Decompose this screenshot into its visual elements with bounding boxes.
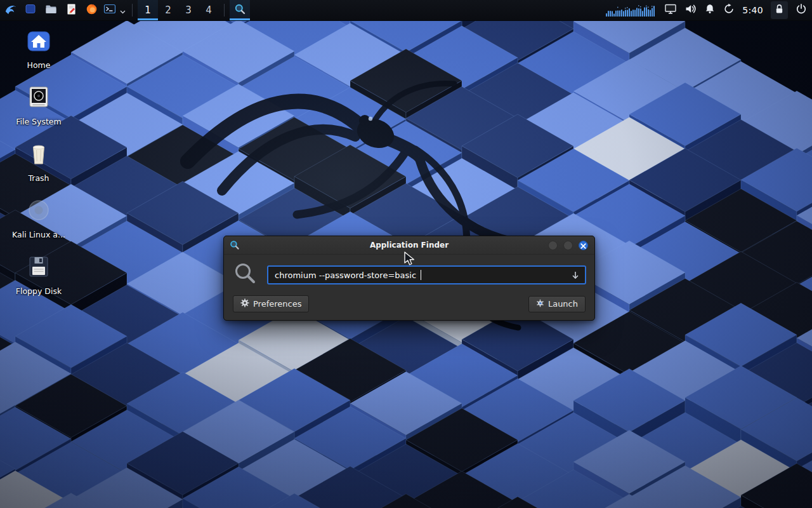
desktop-icon-label: Home <box>27 60 51 70</box>
desktop-icon-floppy-disk[interactable]: Floppy Disk <box>5 254 72 296</box>
workspace-4[interactable]: 4 <box>199 0 219 20</box>
display-icon <box>664 3 677 17</box>
desktop-icon-label: Kali Linux a... <box>12 230 65 239</box>
top-panel: 1 2 3 4 <box>0 0 812 21</box>
command-input[interactable]: chromium --password-store=basic <box>267 265 586 284</box>
terminal-icon <box>103 3 116 17</box>
maximize-button[interactable] <box>563 241 573 250</box>
kali-docs-icon <box>25 197 53 227</box>
minimize-button[interactable] <box>548 241 558 250</box>
close-icon <box>580 239 586 251</box>
terminal-launcher[interactable] <box>102 0 118 20</box>
file-system-icon <box>25 84 53 114</box>
lock-icon <box>774 3 785 17</box>
window-title: Application Finder <box>224 241 594 250</box>
panel-clock[interactable]: 5:40 <box>742 5 763 15</box>
application-finder-icon <box>230 240 240 250</box>
desktop-icon-trash[interactable]: Trash <box>5 141 72 183</box>
panel-separator <box>224 4 225 17</box>
desktop-icon-home[interactable]: Home <box>5 28 72 70</box>
search-icon <box>234 3 246 18</box>
firefox-icon <box>86 3 98 18</box>
workspace-1[interactable]: 1 <box>138 0 158 20</box>
desktop-screen: 1 2 3 4 <box>0 0 812 508</box>
kali-menu-button[interactable] <box>0 0 20 20</box>
taskbar-application-finder[interactable] <box>230 0 250 20</box>
kali-logo-icon <box>3 2 18 19</box>
close-button[interactable] <box>579 241 588 250</box>
text-caret <box>421 270 421 280</box>
trash-icon <box>25 141 53 170</box>
desktop-icon-column: Home File System <box>5 28 72 296</box>
window-icon <box>25 3 36 17</box>
terminal-dropdown-button[interactable] <box>118 0 127 20</box>
audio-visualizer-widget[interactable] <box>606 3 657 17</box>
folder-icon <box>45 4 57 17</box>
firefox-launcher[interactable] <box>81 0 102 20</box>
search-icon-large <box>233 262 258 288</box>
show-desktop-button[interactable] <box>20 0 41 20</box>
notifications-button[interactable] <box>704 3 716 17</box>
file-manager-launcher[interactable] <box>41 0 61 20</box>
bell-icon <box>704 3 716 17</box>
power-icon <box>796 3 807 17</box>
workspace-2[interactable]: 2 <box>158 0 178 20</box>
display-settings-button[interactable] <box>664 3 677 17</box>
logout-button[interactable] <box>796 3 807 17</box>
desktop-icon-label: File System <box>16 117 62 126</box>
desktop-icon-kali-docs[interactable]: Kali Linux a... <box>5 197 72 239</box>
titlebar[interactable]: Application Finder <box>224 236 594 255</box>
text-editor-launcher[interactable] <box>61 0 81 20</box>
preferences-button[interactable]: Preferences <box>233 295 309 312</box>
volume-button[interactable] <box>684 3 697 17</box>
launch-icon <box>536 299 544 309</box>
text-editor-icon <box>66 3 77 18</box>
application-finder-window: Application Finder <box>223 236 595 321</box>
floppy-disk-icon <box>25 254 53 283</box>
desktop-icon-label: Trash <box>28 173 49 183</box>
home-icon <box>25 28 53 57</box>
workspace-3[interactable]: 3 <box>178 0 199 20</box>
panel-separator <box>132 4 133 17</box>
launch-button[interactable]: Launch <box>528 296 586 312</box>
sync-circle-icon <box>723 3 735 17</box>
launch-label: Launch <box>548 299 578 309</box>
volume-icon <box>684 3 697 17</box>
command-input-value: chromium --password-store=basic <box>275 271 419 280</box>
preferences-label: Preferences <box>253 299 301 309</box>
history-dropdown-button[interactable] <box>571 271 580 280</box>
lock-screen-button[interactable] <box>771 1 788 19</box>
chevron-down-icon <box>120 4 126 17</box>
gear-icon <box>240 298 249 309</box>
status-tray-button[interactable] <box>723 3 735 17</box>
desktop-icon-file-system[interactable]: File System <box>5 84 72 126</box>
desktop-icon-label: Floppy Disk <box>16 286 62 296</box>
